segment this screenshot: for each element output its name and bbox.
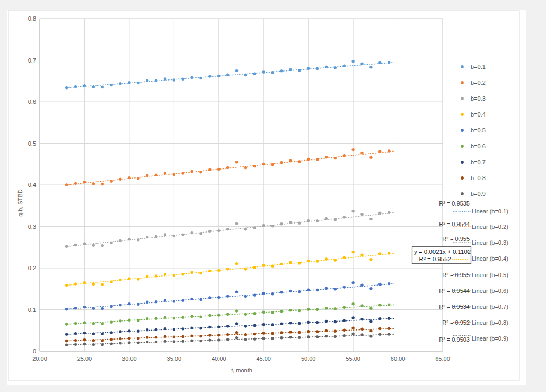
data-point-b=0.4[interactable]	[369, 258, 372, 261]
r2-label-b=0.3[interactable]: R² = 0.955	[442, 236, 470, 242]
data-point-b=0.8[interactable]	[369, 329, 372, 332]
data-point-b=0.8[interactable]	[119, 337, 121, 340]
data-point-b=0.7[interactable]	[128, 329, 130, 332]
data-point-b=0.6[interactable]	[110, 320, 112, 323]
data-point-b=0.8[interactable]	[83, 338, 86, 341]
data-point-b=0.1[interactable]	[325, 66, 328, 68]
data-point-b=0.2[interactable]	[369, 156, 372, 159]
data-point-b=0.7[interactable]	[101, 333, 104, 335]
data-point-b=0.8[interactable]	[101, 339, 104, 342]
data-point-b=0.9[interactable]	[119, 342, 121, 344]
data-point-b=0.3[interactable]	[289, 221, 292, 224]
data-point-b=0.7[interactable]	[74, 332, 77, 335]
data-point-b=0.8[interactable]	[351, 326, 354, 329]
data-point-b=0.8[interactable]	[74, 339, 77, 342]
data-point-b=0.8[interactable]	[280, 331, 283, 334]
data-point-b=0.8[interactable]	[190, 334, 193, 337]
data-point-b=0.5[interactable]	[74, 307, 77, 309]
data-point-b=0.2[interactable]	[351, 148, 354, 151]
data-point-b=0.6[interactable]	[119, 319, 121, 322]
data-point-b=0.1[interactable]	[316, 67, 319, 70]
data-point-b=0.2[interactable]	[253, 165, 256, 167]
data-point-b=0.3[interactable]	[190, 231, 193, 234]
data-point-b=0.3[interactable]	[101, 244, 104, 247]
data-point-b=0.5[interactable]	[334, 288, 337, 290]
data-point-b=0.5[interactable]	[190, 298, 193, 300]
data-point-b=0.5[interactable]	[83, 306, 86, 308]
r2-label-b=0.6[interactable]: R² = 0.9544	[439, 288, 470, 294]
data-point-b=0.3[interactable]	[235, 222, 238, 225]
r2-label-b=0.8[interactable]: R² = 0.952	[442, 319, 470, 326]
data-point-b=0.7[interactable]	[271, 323, 274, 326]
trendline-legend-label-b=0.3[interactable]: Linear (b=0.3)	[472, 239, 508, 246]
data-point-b=0.1[interactable]	[182, 78, 184, 81]
data-point-b=0.7[interactable]	[343, 319, 346, 322]
data-point-b=0.6[interactable]	[137, 319, 139, 322]
data-point-b=0.2[interactable]	[119, 178, 121, 181]
data-point-b=0.9[interactable]	[199, 340, 202, 342]
data-point-b=0.5[interactable]	[369, 287, 372, 290]
data-point-b=0.6[interactable]	[262, 311, 265, 314]
data-point-b=0.9[interactable]	[164, 340, 166, 342]
data-point-b=0.2[interactable]	[208, 168, 211, 171]
data-point-b=0.4[interactable]	[298, 262, 301, 264]
data-point-b=0.2[interactable]	[74, 182, 77, 185]
data-point-b=0.3[interactable]	[217, 229, 220, 232]
data-point-b=0.3[interactable]	[334, 218, 337, 221]
data-point-b=0.9[interactable]	[226, 338, 229, 341]
data-point-b=0.7[interactable]	[244, 325, 247, 327]
trendline-legend-label-b=0.6[interactable]: Linear (b=0.6)	[472, 288, 508, 294]
data-point-b=0.1[interactable]	[235, 69, 238, 72]
data-point-b=0.9[interactable]	[343, 334, 346, 337]
data-point-b=0.7[interactable]	[110, 331, 112, 334]
r2-label-b=0.9[interactable]: R² = 0.9503	[439, 336, 470, 343]
data-point-b=0.4[interactable]	[190, 271, 193, 274]
data-point-b=0.4[interactable]	[146, 275, 148, 278]
data-point-b=0.8[interactable]	[378, 327, 381, 330]
data-point-b=0.6[interactable]	[208, 314, 211, 317]
data-point-b=0.5[interactable]	[378, 283, 381, 286]
data-point-b=0.7[interactable]	[307, 321, 310, 324]
data-point-b=0.9[interactable]	[351, 333, 354, 335]
data-point-b=0.4[interactable]	[360, 253, 363, 256]
data-point-b=0.8[interactable]	[146, 336, 148, 338]
data-point-b=0.3[interactable]	[182, 234, 184, 236]
data-point-b=0.3[interactable]	[110, 242, 112, 244]
data-point-b=0.4[interactable]	[280, 263, 283, 265]
data-point-b=0.7[interactable]	[369, 320, 372, 323]
data-point-b=0.1[interactable]	[146, 79, 148, 82]
data-point-b=0.3[interactable]	[155, 235, 157, 238]
data-point-b=0.7[interactable]	[164, 327, 166, 330]
x-axis-title[interactable]: t, month	[231, 367, 252, 373]
data-point-b=0.1[interactable]	[244, 74, 247, 76]
trendline-legend-label-b=0.2[interactable]: Linear (b=0.2)	[472, 224, 508, 230]
data-point-b=0.6[interactable]	[280, 310, 283, 313]
data-point-b=0.7[interactable]	[146, 328, 148, 331]
data-point-b=0.8[interactable]	[307, 330, 310, 333]
data-point-b=0.9[interactable]	[146, 341, 148, 343]
data-point-b=0.9[interactable]	[360, 333, 363, 336]
data-point-b=0.1[interactable]	[74, 85, 77, 88]
data-point-b=0.4[interactable]	[110, 280, 112, 283]
legend-marker-b=0.2[interactable]	[461, 81, 464, 84]
data-point-b=0.9[interactable]	[289, 336, 292, 338]
legend-marker-b=0.1[interactable]	[461, 65, 464, 68]
trendline-legend-label-b=0.7[interactable]: Linear (b=0.7)	[472, 304, 508, 310]
data-point-b=0.7[interactable]	[217, 326, 220, 328]
data-point-b=0.6[interactable]	[235, 309, 238, 312]
data-point-b=0.7[interactable]	[378, 317, 381, 320]
data-point-b=0.5[interactable]	[235, 291, 238, 293]
r2-label-b=0.5[interactable]: R² = 0.955	[442, 272, 470, 278]
data-point-b=0.3[interactable]	[65, 245, 68, 247]
data-point-b=0.1[interactable]	[119, 82, 121, 85]
data-point-b=0.4[interactable]	[182, 273, 184, 275]
data-point-b=0.7[interactable]	[235, 322, 238, 325]
data-point-b=0.4[interactable]	[253, 266, 256, 269]
data-point-b=0.4[interactable]	[307, 260, 310, 262]
data-point-b=0.6[interactable]	[307, 308, 310, 310]
data-point-b=0.5[interactable]	[128, 302, 130, 305]
data-point-b=0.9[interactable]	[253, 337, 256, 340]
data-point-b=0.5[interactable]	[208, 296, 211, 299]
data-point-b=0.2[interactable]	[271, 163, 274, 166]
data-point-b=0.2[interactable]	[217, 168, 220, 171]
